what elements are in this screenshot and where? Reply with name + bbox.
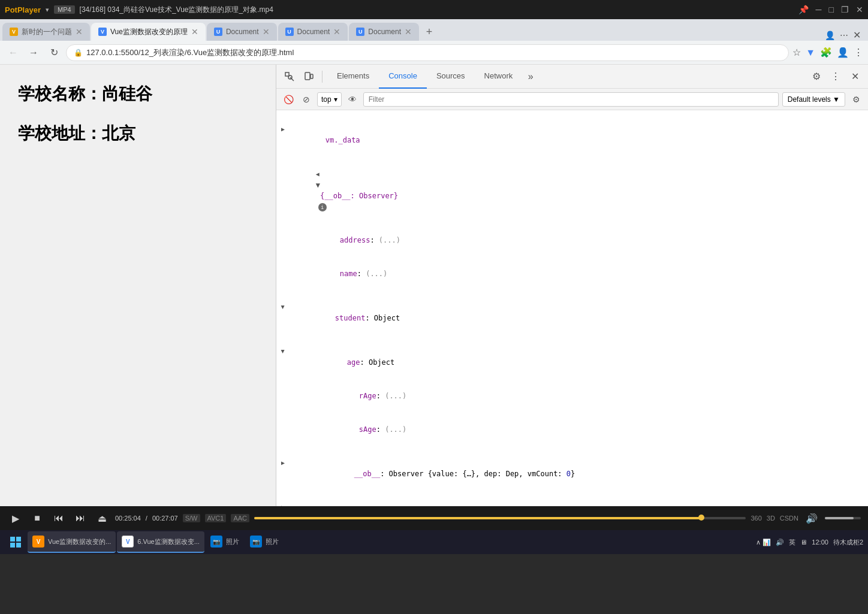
key-sage: sAge xyxy=(359,425,376,434)
media-progress-thumb xyxy=(698,515,704,521)
prev-button[interactable]: ⏮ xyxy=(50,510,67,527)
pin-icon[interactable]: 📌 xyxy=(798,5,809,14)
minimize-button[interactable]: ─ xyxy=(816,5,822,14)
stop-button[interactable]: ■ xyxy=(29,510,46,527)
console-line-back[interactable]: ◀ ▼ {__ob__: Observer} i xyxy=(276,157,868,223)
lang-indicator[interactable]: 英 xyxy=(789,538,795,547)
bookmark-icon[interactable]: ☆ xyxy=(792,47,801,58)
console-line-rage[interactable]: rAge: (...) xyxy=(276,379,868,413)
colon-rage: : (...) xyxy=(376,392,407,400)
media-progress-bar[interactable] xyxy=(254,517,746,519)
console-gear-icon[interactable]: ⚙ xyxy=(849,92,863,107)
volume-bar[interactable] xyxy=(825,517,861,519)
tab-elements[interactable]: Elements xyxy=(327,65,379,89)
profile-icon2[interactable]: 👤 xyxy=(837,47,849,58)
menu-icon[interactable]: ⋮ xyxy=(854,47,863,58)
title-bar-controls: 📌 ─ □ ❐ ✕ xyxy=(798,5,863,14)
maximize-button[interactable]: □ xyxy=(829,5,834,14)
address-input[interactable]: 🔒 127.0.0.1:5500/12_列表渲染/6.Vue监测数据改变的原理.… xyxy=(66,44,789,61)
console-toolbar: 🚫 ⊘ top ▾ 👁 Default levels ▼ ⚙ xyxy=(276,89,868,110)
tab-network[interactable]: Network xyxy=(475,65,523,89)
tab-doc1[interactable]: U Document ✕ xyxy=(207,23,277,41)
console-line-sage[interactable]: sAge: (...) xyxy=(276,413,868,446)
back-button[interactable]: ← xyxy=(5,44,22,61)
console-key-vdata: vm._data xyxy=(326,136,360,144)
console-line-ob-age[interactable]: ▶ __ob__: Observer {value: {…}, dep: Dep… xyxy=(276,446,868,491)
address-bar: ← → ↻ 🔒 127.0.0.1:5500/12_列表渲染/6.Vue监测数据… xyxy=(0,41,868,65)
console-line-address[interactable]: address: (...) xyxy=(276,223,868,257)
console-clear-button[interactable]: 🚫 xyxy=(281,92,296,107)
tab-favicon-3: U xyxy=(214,28,222,36)
display-icon[interactable]: 🖥 xyxy=(800,539,807,546)
inspect-element-button[interactable] xyxy=(281,68,298,85)
colon-age: : Object xyxy=(360,358,394,367)
tab-newtab[interactable]: V 新时的一个问题 ✕ xyxy=(2,23,90,41)
restore-button[interactable]: ❐ xyxy=(841,5,849,14)
volume-button[interactable]: 🔊 xyxy=(803,510,820,527)
tab-console[interactable]: Console xyxy=(379,65,427,89)
toolbar-separator xyxy=(322,71,323,83)
tab-title-1: 新时的一个问题 xyxy=(22,27,72,37)
svg-rect-3 xyxy=(311,74,313,78)
svg-rect-5 xyxy=(16,537,21,542)
console-ob-key: {__ob__: Observer} xyxy=(316,192,398,200)
devtools-close-button[interactable]: ✕ xyxy=(846,68,863,85)
tab-sources[interactable]: Sources xyxy=(427,65,475,89)
console-default-levels[interactable]: Default levels ▼ xyxy=(782,92,845,107)
close-button[interactable]: ✕ xyxy=(856,5,863,14)
reload-button[interactable]: ↻ xyxy=(46,44,62,61)
console-line-student[interactable]: ▶ student: Object xyxy=(276,291,868,335)
csdn-author: 待木成柜2 xyxy=(833,538,863,547)
next-button[interactable]: ⏭ xyxy=(72,510,89,527)
media-3d: 3D xyxy=(767,515,775,522)
tab-doc3[interactable]: U Document ✕ xyxy=(349,23,419,41)
play-button[interactable]: ▶ xyxy=(7,510,24,527)
tab-vue[interactable]: V Vue监测数据改变的原理 ✕ xyxy=(91,23,206,41)
devtools-tabs-more[interactable]: » xyxy=(522,65,539,89)
console-line-name[interactable]: name: (...) xyxy=(276,257,868,291)
volume-fill xyxy=(825,517,854,519)
extensions-icon[interactable]: 🧩 xyxy=(820,47,832,58)
windows-start-button[interactable] xyxy=(5,531,26,553)
potplayer-logo[interactable]: PotPlayer xyxy=(5,5,41,14)
school-address-label: 学校地址： xyxy=(18,124,102,143)
taskbar-item-chrome[interactable]: V 6.Vue监测数据改变... xyxy=(117,531,204,553)
clock: 12:00 xyxy=(812,539,828,546)
volume-icon[interactable]: 🔊 xyxy=(776,539,784,546)
school-name: 学校名称：尚硅谷 xyxy=(18,83,258,105)
console-content[interactable]: ▶ vm._data ◀ ▼ {__ob__: Observer} i addr… xyxy=(276,110,868,506)
expand-arrow-get-rage: ▶ xyxy=(281,502,285,506)
svg-rect-2 xyxy=(305,72,310,80)
console-filter-input[interactable] xyxy=(363,92,779,107)
devtools-more-button[interactable]: ⋮ xyxy=(827,68,844,85)
tab-close-2[interactable]: ✕ xyxy=(191,27,198,37)
tab-more-icon[interactable]: ⋯ xyxy=(840,31,848,40)
key-ob-age: __ob__ xyxy=(354,470,380,478)
extension-icon[interactable]: ▼ xyxy=(806,47,815,58)
new-tab-button[interactable]: + xyxy=(420,23,438,41)
tab-close-5[interactable]: ✕ xyxy=(405,27,412,37)
console-context-select[interactable]: top ▾ xyxy=(317,92,342,107)
svg-rect-7 xyxy=(16,543,21,548)
forward-button[interactable]: → xyxy=(25,44,42,61)
tab-close-1[interactable]: ✕ xyxy=(76,27,83,37)
console-eye-button[interactable]: 👁 xyxy=(345,92,360,107)
tab-close-browser[interactable]: ✕ xyxy=(853,29,861,41)
tab-doc2[interactable]: U Document ✕ xyxy=(278,23,348,41)
console-line-vdata[interactable]: ▶ vm._data xyxy=(276,113,868,157)
taskbar-item-photo2[interactable]: 📷 照片 xyxy=(245,531,284,553)
devtools-settings-button[interactable]: ⚙ xyxy=(808,68,825,85)
taskbar-item-photo1[interactable]: 📷 照片 xyxy=(206,531,244,553)
profile-icon[interactable]: 👤 xyxy=(825,31,835,40)
tab-close-4[interactable]: ✕ xyxy=(333,27,340,37)
school-address: 学校地址：北京 xyxy=(18,122,258,145)
taskbar-item-potplayer[interactable]: V Vue监测数据改变的... xyxy=(28,531,116,553)
console-line-get-rage[interactable]: ▶ get rAge: f reactiveGetter() xyxy=(276,491,868,506)
device-toggle-button[interactable] xyxy=(300,68,317,85)
tab-close-3[interactable]: ✕ xyxy=(263,27,270,37)
back-arrow: ◀ xyxy=(316,171,320,177)
eject-button[interactable]: ⏏ xyxy=(94,510,110,527)
console-filter-button[interactable]: ⊘ xyxy=(299,92,314,107)
console-line-age[interactable]: ▶ age: Object xyxy=(276,335,868,379)
media-360: 360 xyxy=(751,515,761,522)
